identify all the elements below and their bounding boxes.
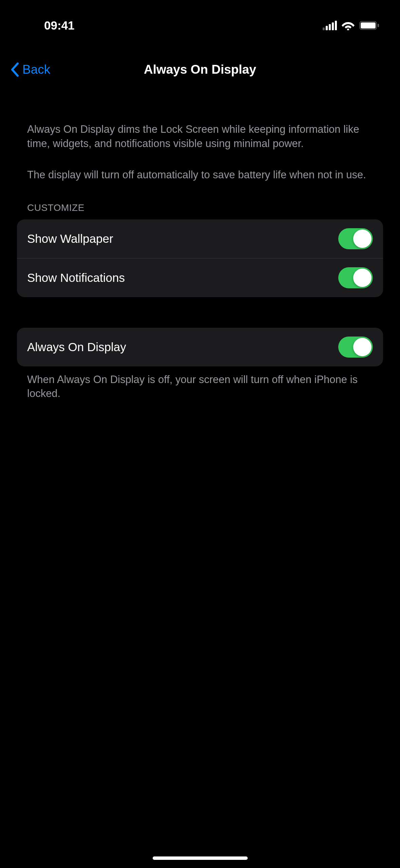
status-time: 09:41 bbox=[44, 19, 75, 32]
toggle-knob bbox=[353, 269, 372, 287]
settings-group-main: Always On Display bbox=[17, 328, 383, 366]
toggle-show-notifications[interactable] bbox=[338, 267, 373, 288]
status-bar: 09:41 bbox=[0, 0, 400, 44]
svg-rect-2 bbox=[329, 24, 331, 30]
description-text-2: The display will turn off automatically … bbox=[17, 168, 383, 182]
home-indicator[interactable] bbox=[153, 856, 248, 860]
chevron-left-icon bbox=[10, 62, 19, 77]
cellular-signal-icon bbox=[323, 21, 337, 30]
description-text-1: Always On Display dims the Lock Screen w… bbox=[17, 122, 383, 151]
svg-rect-1 bbox=[326, 26, 328, 30]
svg-rect-4 bbox=[335, 21, 337, 30]
setting-always-on-display[interactable]: Always On Display bbox=[17, 328, 383, 366]
setting-label: Show Notifications bbox=[27, 271, 125, 285]
svg-point-6 bbox=[347, 29, 349, 30]
svg-rect-9 bbox=[378, 24, 379, 27]
settings-group-customize: Show Wallpaper Show Notifications bbox=[17, 219, 383, 297]
battery-icon bbox=[359, 21, 380, 30]
setting-label: Show Wallpaper bbox=[27, 232, 113, 246]
toggle-always-on-display[interactable] bbox=[338, 337, 373, 358]
footer-text: When Always On Display is off, your scre… bbox=[17, 366, 383, 401]
page-title: Always On Display bbox=[144, 62, 256, 77]
setting-show-wallpaper[interactable]: Show Wallpaper bbox=[17, 219, 383, 258]
svg-rect-3 bbox=[332, 22, 334, 30]
toggle-show-wallpaper[interactable] bbox=[338, 228, 373, 249]
section-header-customize: CUSTOMIZE bbox=[17, 202, 383, 213]
svg-rect-8 bbox=[361, 22, 376, 29]
toggle-knob bbox=[353, 338, 372, 356]
toggle-knob bbox=[353, 230, 372, 248]
svg-rect-0 bbox=[323, 28, 325, 30]
setting-label: Always On Display bbox=[27, 340, 126, 354]
back-label: Back bbox=[22, 62, 50, 77]
setting-show-notifications[interactable]: Show Notifications bbox=[17, 258, 383, 297]
back-button[interactable]: Back bbox=[10, 62, 50, 77]
wifi-icon bbox=[342, 21, 355, 30]
nav-bar: Back Always On Display bbox=[0, 44, 400, 88]
status-icons bbox=[323, 21, 380, 30]
content: Always On Display dims the Lock Screen w… bbox=[0, 88, 400, 401]
